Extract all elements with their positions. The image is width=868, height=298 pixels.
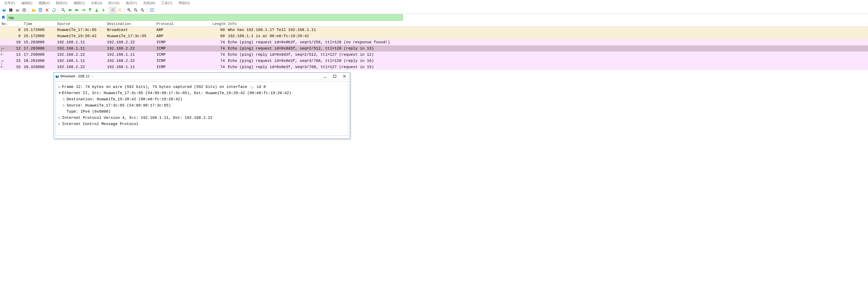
- column-header-info[interactable]: Info: [226, 22, 868, 26]
- cell-time: 15.172000: [22, 34, 56, 38]
- menu-go[interactable]: 跳转(G): [53, 0, 70, 6]
- auto-scroll-live-icon[interactable]: [117, 7, 123, 13]
- cell-time: 15.203000: [22, 40, 56, 45]
- menu-edit[interactable]: 编辑(E): [19, 0, 35, 6]
- cell-destination: 192.168.2.22: [105, 40, 155, 45]
- go-forward-icon[interactable]: [73, 7, 80, 13]
- column-header-length[interactable]: Length: [211, 22, 226, 26]
- filter-bookmark-icon[interactable]: [1, 15, 6, 20]
- cell-time: 17.203000: [22, 46, 56, 51]
- related-packet-icon: [0, 52, 6, 58]
- go-back-icon[interactable]: [67, 7, 73, 13]
- reload-icon[interactable]: [51, 7, 57, 13]
- column-header-time[interactable]: Time: [22, 22, 56, 26]
- column-header-destination[interactable]: Destination: [105, 22, 155, 26]
- menu-file[interactable]: 文件(F): [2, 0, 18, 6]
- menu-view[interactable]: 视图(V): [36, 0, 52, 6]
- capture-options-icon[interactable]: [21, 7, 27, 13]
- packet-row[interactable]: 815.172000HuaweiTe_17:3c:65BroadcastARP6…: [0, 27, 868, 33]
- cell-protocol: ICMP: [155, 65, 211, 69]
- zoom-reset-icon[interactable]: 1: [140, 7, 146, 13]
- cell-length: 74: [211, 46, 226, 51]
- svg-point-8: [62, 8, 64, 10]
- zoom-in-icon[interactable]: [126, 7, 132, 13]
- cell-destination: HuaweiTe_17:3c:65: [105, 34, 155, 38]
- svg-line-9: [64, 10, 65, 11]
- svg-line-27: [143, 10, 144, 11]
- cell-info: Who has 192.168.1.1? Tell 192.168.1.11: [226, 28, 868, 32]
- packet-row[interactable]: 1518.281000192.168.1.11192.168.2.22ICMP7…: [0, 58, 868, 64]
- svg-line-24: [136, 10, 137, 11]
- packet-row[interactable]: 1618.328000192.168.2.22192.168.1.11ICMP7…: [0, 64, 868, 70]
- cell-source: 192.168.1.11: [56, 40, 105, 45]
- cell-destination: Broadcast: [105, 28, 155, 32]
- go-to-packet-icon[interactable]: [80, 7, 87, 13]
- start-capture-icon[interactable]: [1, 7, 7, 13]
- related-packet-icon: [0, 45, 6, 52]
- restart-capture-icon[interactable]: [14, 7, 21, 13]
- save-file-icon[interactable]: [37, 7, 43, 13]
- cell-info: Echo (ping) reply id=0x8e3f, seq=3/768, …: [226, 65, 868, 69]
- related-packet-icon: [0, 58, 6, 64]
- svg-rect-28: [150, 8, 154, 11]
- main-toolbar: 1: [0, 6, 868, 14]
- packet-list-header: No. Time Source Destination Protocol Len…: [0, 21, 868, 27]
- packet-row[interactable]: 1317.250000192.168.2.22192.168.1.11ICMP7…: [0, 52, 868, 58]
- go-first-icon[interactable]: [87, 7, 93, 13]
- go-last-icon[interactable]: [94, 7, 100, 13]
- cell-destination: 192.168.2.22: [105, 46, 155, 51]
- svg-rect-0: [9, 8, 12, 11]
- cell-destination: 192.168.2.22: [105, 59, 155, 63]
- menu-analyze[interactable]: 分析(A): [89, 0, 105, 6]
- packet-row[interactable]: 1217.203000192.168.1.11192.168.2.22ICMP7…: [0, 45, 868, 52]
- cell-source: HuaweiTe_19:20:42: [56, 34, 105, 38]
- cell-length: 74: [211, 53, 226, 57]
- menu-telephony[interactable]: 电话(Y): [123, 0, 140, 6]
- cell-length: 60: [211, 34, 226, 38]
- cell-info: 192.168.1.1 is at 00:e0:fc:19:20:42: [226, 34, 868, 38]
- packet-row[interactable]: 1015.203000192.168.1.11192.168.2.22ICMP7…: [0, 39, 868, 45]
- cell-source: HuaweiTe_17:3c:65: [56, 28, 105, 32]
- cell-source: 192.168.1.11: [56, 46, 105, 51]
- menu-wireless[interactable]: 无线(W): [141, 0, 158, 6]
- cell-source: 192.168.2.22: [56, 65, 105, 69]
- cell-protocol: ICMP: [155, 46, 211, 51]
- auto-scroll-icon[interactable]: [100, 7, 106, 13]
- toolbar-separator: [58, 7, 59, 12]
- colorize-icon[interactable]: [110, 7, 116, 13]
- svg-rect-16: [118, 9, 121, 10]
- svg-rect-15: [118, 8, 121, 9]
- svg-rect-12: [111, 8, 115, 9]
- svg-point-2: [24, 9, 25, 10]
- cell-time: 18.281000: [22, 59, 56, 63]
- resize-columns-icon[interactable]: [149, 7, 155, 13]
- cell-protocol: ICMP: [155, 53, 211, 57]
- svg-rect-13: [111, 9, 115, 10]
- column-header-no[interactable]: No.: [0, 22, 22, 26]
- stop-capture-icon[interactable]: [8, 7, 14, 13]
- menu-statistics[interactable]: 统计(S): [106, 0, 122, 6]
- menu-tools[interactable]: 工具(T): [159, 0, 175, 6]
- zoom-out-icon[interactable]: [133, 7, 139, 13]
- menu-help[interactable]: 帮助(H): [176, 0, 192, 6]
- cell-protocol: ICMP: [155, 40, 211, 45]
- svg-rect-14: [111, 10, 115, 11]
- column-header-source[interactable]: Source: [56, 22, 105, 26]
- open-file-icon[interactable]: [31, 7, 37, 13]
- display-filter-input[interactable]: [7, 15, 403, 21]
- find-packet-icon[interactable]: [60, 7, 66, 13]
- cell-length: 60: [211, 28, 226, 32]
- svg-rect-3: [39, 8, 42, 12]
- cell-length: 74: [211, 59, 226, 63]
- cell-destination: 192.168.1.11: [105, 65, 155, 69]
- cell-protocol: ARP: [155, 28, 211, 32]
- related-packet-icon: [0, 64, 6, 70]
- menu-bar: 文件(F) 编辑(E) 视图(V) 跳转(G) 捕获(C) 分析(A) 统计(S…: [0, 0, 868, 6]
- display-filter-bar: [0, 14, 868, 21]
- close-file-icon[interactable]: [44, 7, 50, 13]
- column-header-protocol[interactable]: Protocol: [155, 22, 211, 26]
- packet-row[interactable]: 915.172000HuaweiTe_19:20:42HuaweiTe_17:3…: [0, 33, 868, 39]
- menu-capture[interactable]: 捕获(C): [71, 0, 88, 6]
- related-packet-icon: [0, 33, 6, 39]
- cell-length: 74: [211, 40, 226, 45]
